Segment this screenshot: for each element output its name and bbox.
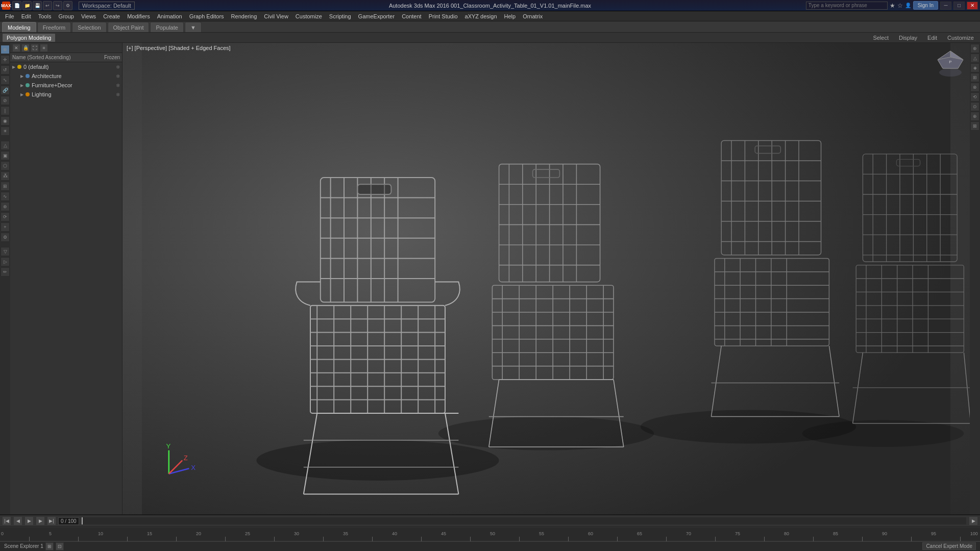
layer-default[interactable]: ▶ 0 (default) ❄ xyxy=(10,62,122,71)
tab-more[interactable]: ▼ xyxy=(185,22,202,32)
filter-tool[interactable]: ▽ xyxy=(1,247,10,256)
menu-civil-view[interactable]: Civil View xyxy=(261,12,291,20)
right-tool-3[interactable]: ◈ xyxy=(970,63,979,72)
submenu-edit[interactable]: Edit xyxy=(923,34,941,42)
scene-close-button[interactable]: ✕ xyxy=(12,44,20,52)
shapes-tool[interactable]: △ xyxy=(1,141,10,150)
layer-lighting[interactable]: ▶ Lighting ❄ xyxy=(10,90,122,99)
tab-selection[interactable]: Selection xyxy=(72,22,106,32)
right-tool-5[interactable]: ⊗ xyxy=(970,83,979,92)
prev-frame-button[interactable]: ◀ xyxy=(13,516,22,525)
timeline-track[interactable] xyxy=(81,517,967,525)
go-start-button[interactable]: |◀ xyxy=(2,516,11,525)
redo-button[interactable]: ↪ xyxy=(53,1,62,10)
sign-in-button[interactable]: Sign In xyxy=(913,1,938,10)
new-file-button[interactable]: 📄 xyxy=(12,1,21,10)
scene-link-button[interactable]: ⛶ xyxy=(31,44,39,52)
tab-modeling[interactable]: Modeling xyxy=(2,22,36,32)
svg-text:5: 5 xyxy=(49,531,52,536)
save-file-button[interactable]: 💾 xyxy=(33,1,42,10)
menu-content[interactable]: Content xyxy=(399,12,425,20)
search-input[interactable] xyxy=(806,2,888,10)
tab-freeform[interactable]: Freeform xyxy=(37,22,71,32)
restore-button[interactable]: □ xyxy=(953,2,965,10)
right-tool-6[interactable]: ⟲ xyxy=(970,92,979,102)
timeline-end-button[interactable]: ▶ xyxy=(969,516,978,525)
go-end-button[interactable]: ▶| xyxy=(47,516,56,525)
right-tool-2[interactable]: △ xyxy=(970,54,979,63)
tab-populate[interactable]: Populate xyxy=(150,22,183,32)
geometry-tool[interactable]: ▣ xyxy=(1,151,10,160)
menu-ornatrix[interactable]: Ornatrix xyxy=(520,12,546,20)
space-warps-tool[interactable]: ⟳ xyxy=(1,212,10,221)
menu-views[interactable]: Views xyxy=(78,12,99,20)
svg-rect-39 xyxy=(357,184,391,194)
menu-help[interactable]: Help xyxy=(501,12,519,20)
layer-architecture[interactable]: ▶ Architecture ❄ xyxy=(10,71,122,81)
menu-modifiers[interactable]: Modifiers xyxy=(124,12,153,20)
submenu-customize[interactable]: Customize xyxy=(943,34,978,42)
viewport[interactable]: [+] [Perspective] [Shaded + Edged Faces]… xyxy=(122,43,970,514)
dynamics-tool[interactable]: ⊛ xyxy=(1,202,10,211)
settings-button[interactable]: ⚙ xyxy=(63,1,72,10)
menu-graph-editors[interactable]: Graph Editors xyxy=(186,12,227,20)
play-button[interactable]: ▶ xyxy=(24,516,34,525)
menu-animation[interactable]: Animation xyxy=(154,12,185,20)
move-tool[interactable]: ✛ xyxy=(1,55,10,64)
menu-print-studio[interactable]: Print Studio xyxy=(426,12,461,20)
unlink-tool[interactable]: ⊘ xyxy=(1,96,10,105)
menu-group[interactable]: Group xyxy=(55,12,77,20)
menu-file[interactable]: File xyxy=(2,12,17,20)
next-frame-button[interactable]: ▶ xyxy=(36,516,45,525)
close-button[interactable]: ✕ xyxy=(967,2,978,10)
submenu-display[interactable]: Display xyxy=(895,34,921,42)
navigation-cube[interactable]: P xyxy=(935,47,966,78)
undo-button[interactable]: ↩ xyxy=(43,1,52,10)
svg-text:Y: Y xyxy=(166,442,171,450)
scene-explorer-icon1[interactable]: ⊞ xyxy=(45,542,54,550)
light-tool[interactable]: ☀ xyxy=(1,127,10,136)
select-tool[interactable]: ⊕ xyxy=(1,45,10,54)
right-tool-9[interactable]: ⊠ xyxy=(970,121,979,131)
link-tool[interactable]: 🔗 xyxy=(1,86,10,95)
workspace-dropdown[interactable]: Workspace: Default xyxy=(79,2,135,10)
minimize-button[interactable]: ─ xyxy=(940,2,951,10)
menu-rendering[interactable]: Rendering xyxy=(228,12,260,20)
camera-view-tool[interactable]: ◉ xyxy=(1,116,10,126)
viewport-canvas[interactable]: X Y Z xyxy=(122,43,970,514)
particle-tool[interactable]: ⁂ xyxy=(1,171,10,181)
paint-tool[interactable]: ✏ xyxy=(1,267,10,277)
svg-text:20: 20 xyxy=(196,531,201,536)
bone-tool[interactable]: | xyxy=(1,106,10,115)
nurbs-tool[interactable]: ∿ xyxy=(1,192,10,201)
cancel-expert-button[interactable]: Cancel Expert Mode xyxy=(922,542,976,550)
svg-text:35: 35 xyxy=(343,531,348,536)
window-title: Autodesk 3ds Max 2016 001_Classroom_Acti… xyxy=(389,3,591,9)
scene-lock-button[interactable]: 🔒 xyxy=(21,44,30,52)
svg-text:80: 80 xyxy=(784,531,789,536)
open-file-button[interactable]: 📁 xyxy=(22,1,32,10)
systems-tool[interactable]: ⚙ xyxy=(1,233,10,242)
scale-tool[interactable]: ⤡ xyxy=(1,76,10,85)
patch-tool[interactable]: ⊞ xyxy=(1,182,10,191)
menu-axyz-design[interactable]: aXYZ design xyxy=(462,12,500,20)
scene-options-button[interactable]: ≡ xyxy=(40,44,48,52)
helpers-tool[interactable]: + xyxy=(1,222,10,232)
submenu-select[interactable]: Select xyxy=(869,34,893,42)
scene-explorer-icon2[interactable]: ⊡ xyxy=(56,542,64,550)
tab-object-paint[interactable]: Object Paint xyxy=(108,22,150,32)
menu-scripting[interactable]: Scripting xyxy=(326,12,354,20)
right-tool-8[interactable]: ⊕ xyxy=(970,112,979,121)
right-tool-4[interactable]: ⊞ xyxy=(970,73,979,82)
layer-furniture[interactable]: ▶ Furniture+Decor ❄ xyxy=(10,81,122,90)
menu-customize[interactable]: Customize xyxy=(292,12,325,20)
menu-game-exporter[interactable]: GameExporter xyxy=(355,12,398,20)
menu-edit[interactable]: Edit xyxy=(18,12,34,20)
menu-create[interactable]: Create xyxy=(100,12,123,20)
extra-tool[interactable]: ▷ xyxy=(1,257,10,266)
rotate-tool[interactable]: ↺ xyxy=(1,65,10,74)
right-tool-7[interactable]: ⊙ xyxy=(970,102,979,111)
menu-tools[interactable]: Tools xyxy=(35,12,55,20)
right-tool-1[interactable]: ⊕ xyxy=(970,44,979,53)
compound-tool[interactable]: ⬡ xyxy=(1,161,10,170)
